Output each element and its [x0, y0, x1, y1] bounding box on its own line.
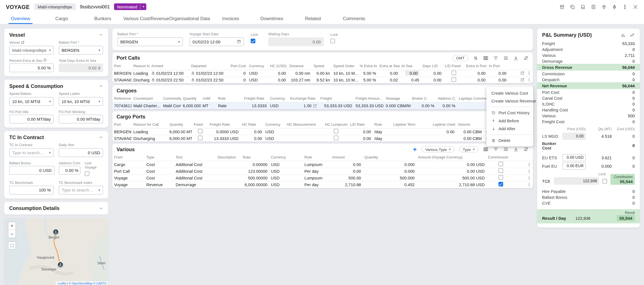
table-row[interactable]: STAVANGER Discharging 6,000.00 MT 13.333…: [112, 135, 533, 142]
cell[interactable]: USD: [269, 174, 303, 181]
swap-vert-icon[interactable]: [523, 147, 529, 152]
cell[interactable]: 53,333.33 USD: [354, 102, 384, 109]
cell[interactable]: 9.52 kn: [312, 76, 332, 83]
menu-item-create-various-cost[interactable]: Create Various Cost: [486, 89, 533, 97]
cell[interactable]: 01/02/23 22:50: [150, 76, 190, 83]
cell[interactable]: 53,333.33 USD: [319, 102, 354, 109]
cell[interactable]: Discharging: [132, 135, 168, 142]
cell[interactable]: 0: [229, 70, 247, 76]
cell[interactable]: USD: [269, 168, 303, 174]
cell[interactable]: Cost: [145, 168, 174, 174]
cell[interactable]: [192, 128, 208, 135]
hc-lumpsum-checkbox[interactable]: [333, 136, 338, 140]
cell[interactable]: Demurrage: [174, 181, 216, 188]
cell[interactable]: Port Call: [112, 168, 145, 174]
menu-item-delete[interactable]: Delete: [486, 137, 533, 145]
open-in-new-icon[interactable]: [21, 41, 25, 44]
cell[interactable]: USD: [268, 102, 288, 109]
cell[interactable]: 103.27 nm: [288, 76, 312, 83]
various-type-filter[interactable]: Various Type▾: [422, 146, 454, 153]
view-columns-icon[interactable]: [483, 55, 489, 61]
vessel-select[interactable]: Mabl-mloeqmdtqw▾: [9, 46, 54, 55]
ballast-port-select[interactable]: BERGEN▾: [59, 46, 103, 55]
cell[interactable]: 01/02/23 22:50: [190, 76, 229, 83]
ld-fixed-checkbox[interactable]: [452, 77, 456, 82]
cell[interactable]: [486, 174, 515, 181]
cell[interactable]: [216, 161, 241, 168]
cell[interactable]: BERGEN: [112, 128, 132, 135]
cell[interactable]: 500.00: [330, 174, 363, 181]
tc-in-contract-search[interactable]: Type to search...▾: [9, 148, 54, 157]
cell[interactable]: Additonal Cost: [174, 161, 216, 168]
cell[interactable]: 500.00000: [241, 174, 269, 181]
cell[interactable]: [486, 161, 515, 168]
cell[interactable]: 0.00 CBM: [456, 135, 484, 142]
tc-benchmark-index-search[interactable]: Type to search...▾: [59, 186, 103, 195]
cell[interactable]: 01/02/23 12:00: [150, 70, 190, 76]
copy-icon[interactable]: [570, 4, 576, 10]
cell[interactable]: [486, 181, 515, 188]
commission-checkbox[interactable]: [498, 182, 503, 187]
cell[interactable]: Mabl Commo...: [162, 102, 181, 109]
cell[interactable]: Cost: [145, 161, 174, 168]
cell[interactable]: 0.00: [330, 168, 363, 174]
table-row[interactable]: Voyage Cost Additonal Cost 500.00000 USD…: [112, 174, 533, 181]
timezone-chip[interactable]: GMT: [453, 55, 468, 61]
tab-overview[interactable]: Overview: [0, 13, 41, 24]
cell[interactable]: Cargo: [112, 161, 145, 168]
status-caret-icon[interactable]: ▾: [140, 4, 146, 10]
cell[interactable]: USD: [269, 181, 303, 188]
cell[interactable]: [515, 168, 533, 174]
daily-hire-input[interactable]: 0 USD: [59, 148, 103, 157]
cell[interactable]: 01/02/23 12:00: [190, 70, 229, 76]
rocket-icon[interactable]: [612, 4, 617, 10]
cell[interactable]: 13.3333 USD: [208, 135, 240, 142]
tab-various-cost-revenue[interactable]: Various Cost/Revenue: [123, 13, 169, 24]
voyage-start-date-input[interactable]: 01/02/23 12:00: [190, 37, 244, 46]
view-columns-icon[interactable]: [483, 147, 489, 152]
fo-port-working-input[interactable]: 0.00 MT/day: [59, 115, 103, 124]
cell[interactable]: 2,710.88 USD: [416, 181, 487, 188]
cell[interactable]: 0.00 CBM: [456, 128, 484, 135]
cell[interactable]: Rate: [216, 102, 242, 109]
bar-chart-icon[interactable]: [621, 32, 626, 38]
cell[interactable]: 0.00: [421, 76, 443, 83]
speed-laden-select[interactable]: 10 kn, 10 MT/d▾: [59, 97, 103, 106]
cell[interactable]: 2,710.88: [330, 181, 363, 188]
cell[interactable]: [508, 70, 533, 76]
cell[interactable]: 123.00000: [241, 168, 269, 174]
cell[interactable]: 0.00 kn: [312, 70, 332, 76]
cell[interactable]: 0.00: [465, 70, 487, 76]
cell[interactable]: 70743613: [112, 102, 132, 109]
cell[interactable]: 500.000: [363, 174, 416, 181]
cell[interactable]: 0.00000: [241, 161, 269, 168]
leaflet-link[interactable]: Leaflet: [58, 282, 67, 285]
cell[interactable]: 10 kn, 10 M...: [332, 70, 358, 76]
collapse-chevron-icon[interactable]: [99, 33, 103, 37]
tab-organisational-data[interactable]: Organisational Data: [169, 13, 210, 24]
cell[interactable]: 1.00: [288, 102, 319, 109]
cell[interactable]: [392, 128, 431, 135]
address-commission-input[interactable]: 0.00 %: [59, 166, 80, 175]
open-in-new-icon[interactable]: [313, 104, 317, 108]
row-more-icon[interactable]: [527, 78, 531, 82]
zoom-in-button[interactable]: +: [8, 222, 16, 230]
cell[interactable]: [323, 128, 349, 135]
ls-mgo-price-input[interactable]: 0.00: [562, 132, 586, 140]
menu-item-add-before[interactable]: Add Before: [486, 117, 533, 125]
cell[interactable]: Discharging: [132, 76, 150, 83]
filter-icon[interactable]: [493, 55, 499, 61]
collapse-chevron-icon[interactable]: [99, 135, 103, 139]
eu-ets-price-input[interactable]: 0.00 USD: [562, 154, 586, 161]
menu-item-create-various-revenue[interactable]: Create Various Revenue: [486, 97, 533, 105]
calendar-icon[interactable]: [237, 39, 241, 44]
lock-checkbox-start-date[interactable]: [251, 39, 255, 43]
more-icon f[interactable]: [622, 4, 628, 10]
cell[interactable]: 5.00 %: [358, 70, 378, 76]
cell[interactable]: Per day: [303, 181, 330, 188]
cell[interactable]: 0.0000 USD: [208, 128, 240, 135]
cell[interactable]: BERGEN: [112, 70, 132, 76]
vessel-chip[interactable]: Mabl-mloeqmdtqw: [34, 3, 76, 10]
cell[interactable]: 0.00 %: [411, 102, 436, 109]
cell[interactable]: 0.000: [363, 168, 416, 174]
